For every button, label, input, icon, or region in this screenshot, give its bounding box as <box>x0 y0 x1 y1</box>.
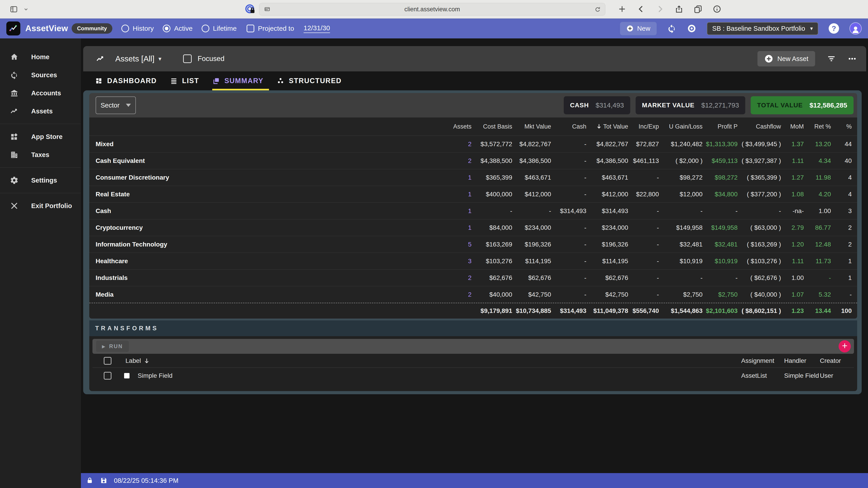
projected-checkbox-box[interactable] <box>247 25 254 32</box>
sidebar-item-settings[interactable]: Settings <box>0 171 81 189</box>
asset-count-link[interactable]: 2 <box>435 140 471 148</box>
asset-count-link[interactable]: 1 <box>435 174 471 181</box>
help-button[interactable]: ? <box>829 23 839 34</box>
sidebar-item-home[interactable]: Home <box>0 48 81 66</box>
focused-checkbox[interactable] <box>183 55 192 63</box>
caret-down-icon: ▾ <box>810 25 813 32</box>
column-header-u-gain-loss[interactable]: U Gain/Loss <box>659 123 703 130</box>
target-icon[interactable] <box>687 24 696 33</box>
table-row-real-estate[interactable]: Real Estate1$400,000$412,000-$412,000$22… <box>89 186 857 202</box>
forward-icon <box>655 4 664 13</box>
column-header-inc-exp[interactable]: Inc/Exp <box>628 123 659 130</box>
sidebar-item-sources[interactable]: Sources <box>0 66 81 84</box>
tabs-overview-icon[interactable] <box>693 4 703 13</box>
asset-count-link[interactable]: 1 <box>435 191 471 198</box>
tab-structured[interactable]: STRUCTURED <box>277 71 342 90</box>
asset-count-link[interactable]: 2 <box>435 291 471 298</box>
table-row-cash[interactable]: Cash1--$314,493$314,493-----na-1.003 <box>89 202 857 219</box>
column-header-cost-basis[interactable]: Cost Basis <box>471 123 512 130</box>
table-row-cryptocurrency[interactable]: Cryptocurrency1$84,000$234,000-$234,000-… <box>89 219 857 236</box>
table-row-media[interactable]: Media2$40,000$42,750-$42,750-$2,750$2,75… <box>89 286 857 303</box>
transforms-header-row: Label Assignment Handler Creator <box>92 354 854 368</box>
radio-icon[interactable] <box>202 25 209 32</box>
tab-bar: DASHBOARDLISTSUMMARYSTRUCTURED <box>83 71 866 90</box>
column-header-assets[interactable]: Assets <box>435 123 471 130</box>
projected-label: Projected to <box>258 25 294 32</box>
sidebar-item-app-store[interactable]: App Store <box>0 128 81 146</box>
label-column-header[interactable]: Label <box>125 357 150 364</box>
sidebar-item-exit-portfolio[interactable]: Exit Portfolio <box>0 197 81 215</box>
sidebar-item-taxes[interactable]: Taxes <box>0 146 81 164</box>
tab-summary[interactable]: SUMMARY <box>212 71 264 90</box>
main-content: Assets [All] ▾ Focused New Asset DASHBOA… <box>81 38 868 488</box>
refresh-icon[interactable] <box>667 24 677 33</box>
run-button[interactable]: ▶ RUN <box>96 341 129 352</box>
share-icon[interactable] <box>675 4 684 13</box>
mode-radio-history[interactable]: History <box>121 25 154 32</box>
table-row-healthcare[interactable]: Healthcare3$103,276$114,195-$114,195-$10… <box>89 253 857 269</box>
avatar[interactable] <box>849 22 862 35</box>
chevron-down-icon[interactable] <box>23 6 29 12</box>
filter-icon[interactable] <box>827 54 836 63</box>
asset-count-link[interactable]: 2 <box>435 157 471 164</box>
column-header-profit-p[interactable]: Profit P <box>703 123 738 130</box>
column-header-cash[interactable]: Cash <box>551 123 586 130</box>
stat-chip-market-value: MARKET VALUE$12,271,793 <box>636 96 745 114</box>
asset-count-link[interactable]: 3 <box>435 258 471 265</box>
column-header-mkt-value[interactable]: Mkt Value <box>512 123 551 130</box>
mode-radio-lifetime[interactable]: Lifetime <box>202 25 237 32</box>
address-bar[interactable]: client.assetview.com <box>259 3 605 15</box>
sidebar-toggle-icon[interactable] <box>9 5 18 13</box>
summary-icon <box>212 77 220 85</box>
column-header-[interactable]: % <box>831 123 852 130</box>
new-button[interactable]: New <box>620 22 657 35</box>
tab-list[interactable]: LIST <box>170 71 199 90</box>
reload-icon[interactable] <box>594 6 601 13</box>
info-icon[interactable] <box>712 4 721 13</box>
home-icon <box>10 53 19 61</box>
new-asset-button[interactable]: New Asset <box>757 51 815 66</box>
row-checkbox[interactable] <box>104 372 112 380</box>
table-row-information-technology[interactable]: Information Technology5$163,269$196,326-… <box>89 236 857 253</box>
asset-count-link[interactable]: 1 <box>435 207 471 215</box>
community-badge: Community <box>72 23 112 34</box>
radio-icon[interactable] <box>163 25 170 32</box>
table-row-industrials[interactable]: Industrials2$62,676$62,676-$62,676---( $… <box>89 269 857 286</box>
tab-dashboard[interactable]: DASHBOARD <box>95 71 157 90</box>
column-header-ret[interactable]: Ret % <box>804 123 831 130</box>
add-transform-button[interactable]: + <box>839 340 851 352</box>
column-header-mom[interactable]: MoM <box>781 123 804 130</box>
view-title-dropdown[interactable]: Assets [All] <box>115 54 154 63</box>
privacy-shield-icon[interactable] <box>245 4 256 15</box>
column-header-tot-value[interactable]: Tot Value <box>586 123 628 130</box>
asset-count-link[interactable]: 2 <box>435 274 471 282</box>
projected-date-link[interactable]: 12/31/30 <box>304 24 330 33</box>
back-icon[interactable] <box>637 4 646 13</box>
radio-icon[interactable] <box>121 25 129 32</box>
sidebar-item-accounts[interactable]: Accounts <box>0 84 81 102</box>
select-all-checkbox[interactable] <box>104 357 112 365</box>
building-icon <box>10 151 19 159</box>
filter-bar: Sector CASH$314,493MARKET VALUE$12,271,7… <box>89 93 857 118</box>
more-options-icon[interactable] <box>848 54 857 63</box>
table-row-cash-equivalent[interactable]: Cash Equivalent2$4,388,500$4,386,500-$4,… <box>89 152 857 169</box>
portfolio-selector[interactable]: SB : Baseline Sandbox Portfolio ▾ <box>707 22 818 35</box>
asset-count-link[interactable]: 1 <box>435 224 471 231</box>
table-row-mixed[interactable]: Mixed2$3,572,772$4,822,767-$4,822,767$72… <box>89 135 857 152</box>
mode-radio-active[interactable]: Active <box>163 25 193 32</box>
sidebar-item-assets[interactable]: Assets <box>0 102 81 120</box>
caret-down-icon[interactable]: ▾ <box>158 55 161 62</box>
group-by-select[interactable]: Sector <box>96 96 136 114</box>
sort-desc-icon <box>143 357 150 364</box>
transform-row-simple-field[interactable]: Simple FieldAssetListSimple FieldUser <box>92 368 854 384</box>
save-icon[interactable] <box>100 477 107 484</box>
lock-icon[interactable] <box>86 477 94 484</box>
table-row-consumer-discretionary[interactable]: Consumer Discretionary1$365,399$463,671-… <box>89 169 857 186</box>
projected-checkbox[interactable]: Projected to <box>247 25 294 32</box>
asset-count-link[interactable]: 5 <box>435 241 471 248</box>
column-header-cashflow[interactable]: Cashflow <box>738 123 781 130</box>
new-tab-icon[interactable] <box>618 4 627 13</box>
transforms-section-title: TRANSFORMS <box>89 320 857 336</box>
transforms-panel: ▶ RUN + Label Assignment Handler Creator… <box>89 336 857 391</box>
plus-circle-icon <box>764 54 773 63</box>
